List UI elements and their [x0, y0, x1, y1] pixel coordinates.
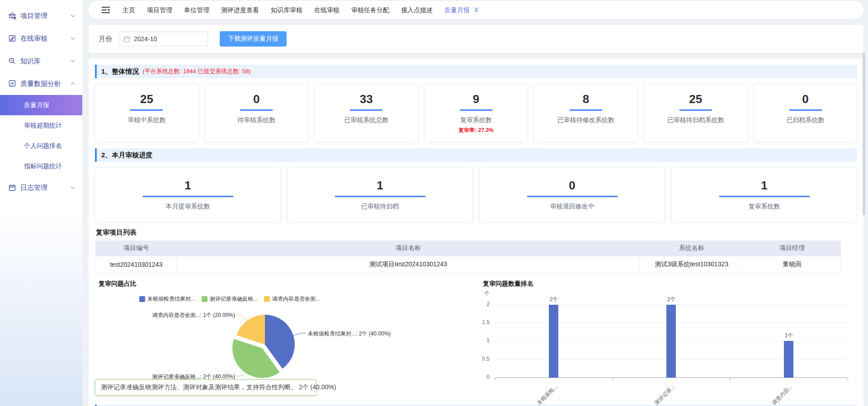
stat-underline: [130, 109, 163, 111]
stat-label: 待审核系统数: [205, 116, 308, 124]
stat-underline: [570, 109, 602, 111]
stat-label: 已归档系统数: [754, 116, 857, 124]
sidebar-item-label: 项目管理: [20, 12, 47, 20]
nav-tab-task-assign[interactable]: 审核任务分配: [345, 1, 395, 19]
bar-issue-1[interactable]: [549, 305, 558, 378]
section1-header: 1、整体情况 (平台系统总数: 1944 已提交系统总数: 58): [95, 65, 857, 78]
close-tab-icon[interactable]: X: [474, 6, 478, 14]
x-axis-label: 调查内容...: [741, 383, 794, 406]
stat-label: 审核退回修改中: [480, 203, 665, 211]
x-axis-line: [495, 378, 848, 378]
stat-value: 9: [425, 93, 528, 105]
nav-tab-progress-view[interactable]: 测评进度查看: [215, 1, 265, 19]
stat-underline: [240, 109, 273, 111]
stat-card-re-review: 9 复审系统数 复审率: 27.3%: [425, 84, 528, 142]
sidebar-item-log-mgmt[interactable]: 日志管理: [0, 176, 82, 199]
nav-tab-unit-mgmt[interactable]: 单位管理: [178, 1, 215, 19]
search-q-icon: [8, 57, 16, 65]
stat-value: 33: [315, 93, 418, 105]
stat-card-archived: 0 已归档系统数: [754, 84, 857, 142]
nav-tab-project-mgmt[interactable]: 项目管理: [141, 1, 178, 19]
report-content: 1、整体情况 (平台系统总数: 1944 已提交系统总数: 58) 25 审核中…: [89, 58, 863, 406]
y-tick: 0.5: [469, 356, 490, 362]
download-report-button[interactable]: 下载测评质量月报: [220, 31, 287, 47]
bar-issue-3[interactable]: [784, 341, 793, 378]
nav-tab-home[interactable]: 主页: [117, 1, 141, 19]
top-nav: 主页 项目管理 单位管理 测评进度查看 知识库审核 在线审核 审核任务分配 接入…: [89, 1, 863, 19]
stat-value: 25: [95, 93, 198, 105]
x-axis-label: 未根据检...: [506, 383, 559, 406]
x-axis-tick: [495, 378, 495, 380]
stat-value: 1: [672, 179, 857, 191]
calendar-icon: [123, 36, 130, 42]
chart-doc-icon: [8, 80, 16, 88]
bar-issue-2[interactable]: [666, 305, 676, 378]
x-axis-tick: [730, 378, 731, 380]
stat-value: 25: [644, 93, 747, 105]
bar-value-label: 1个: [775, 332, 802, 340]
chevron-down-icon: [71, 60, 75, 63]
charts-row: 复审问题占比 未根据检查结果对... 测评记录准确反映... 调查内容是否全面.…: [95, 278, 857, 401]
chevron-up-icon: [71, 82, 75, 85]
nav-tab-quality-monthly-active[interactable]: 质量月报 X: [439, 1, 484, 19]
sidebar-subitem-quality-monthly-report[interactable]: 质量月报: [0, 95, 82, 115]
cell-project-id: test202410301243: [95, 256, 177, 273]
filter-bar: 月份 2024-10 下载测评质量月报: [89, 25, 863, 53]
stat-label: 本月提审系统数: [95, 203, 280, 211]
y-tick: 0: [469, 374, 490, 380]
sidebar-subitem-personal-issue-rank[interactable]: 个人问题排名: [0, 136, 82, 156]
bar-value-label: 2个: [540, 296, 567, 303]
stat-label: 审核中系统数: [95, 116, 198, 124]
stat-card-month-re-review: 1 复审系统数: [671, 167, 857, 222]
chevron-down-icon: [71, 37, 75, 40]
stat-label: 已审核待修改系统数: [534, 116, 637, 124]
nav-tab-online-review[interactable]: 在线审核: [308, 1, 345, 19]
cell-system-name: 测试3级系统test10301323: [639, 256, 744, 273]
col-project-manager: 项目经理: [744, 241, 840, 256]
stat-value: 1: [288, 179, 472, 191]
section1-title: 1、整体情况: [101, 67, 139, 76]
stat-underline: [335, 196, 425, 197]
sidebar: 项目管理 在线审核 知识库 质量数据分析 质量月报 审核超期统: [0, 0, 82, 406]
nav-tab-label: 质量月报: [444, 6, 470, 14]
month-picker-input[interactable]: 2024-10: [118, 32, 208, 46]
y-tick: 1: [469, 337, 490, 344]
sidebar-subitem-label: 指标问题统计: [24, 162, 62, 170]
review-table-title: 复审项目列表: [96, 228, 857, 237]
month-label: 月份: [99, 35, 112, 43]
stat-card-reviewing: 25 审核中系统数: [95, 84, 198, 142]
collapse-menu-icon[interactable]: [101, 6, 110, 14]
nav-tab-access-point[interactable]: 接入点描述: [395, 1, 439, 19]
vertical-scrollbar[interactable]: [863, 52, 865, 215]
review-project-table: 项目编号 项目名称 系统名称 项目经理 test202410301243 测试项…: [95, 241, 841, 274]
sidebar-item-online-review[interactable]: 在线审核: [0, 27, 82, 50]
table-row[interactable]: test202410301243 测试项目test202410301243 测试…: [95, 256, 841, 273]
col-project-id: 项目编号: [95, 241, 177, 256]
sidebar-item-knowledge-base[interactable]: 知识库: [0, 50, 82, 72]
bank-icon: [8, 12, 16, 20]
sidebar-subitem-overdue-stats[interactable]: 审核超期统计: [0, 115, 82, 136]
stat-card-reviewed-total: 33 已审核系统总数: [315, 84, 418, 142]
bar-chart-title: 复审问题数量排名: [483, 280, 533, 288]
stat-label: 已审核系统总数: [315, 116, 418, 124]
nav-tab-kb-review[interactable]: 知识库审核: [265, 1, 308, 19]
pie-leader-line: [236, 315, 247, 321]
col-project-name: 项目名称: [177, 241, 639, 256]
pie-slice-yellow[interactable]: [236, 315, 265, 345]
sidebar-item-project-mgmt[interactable]: 项目管理: [0, 5, 82, 27]
col-system-name: 系统名称: [639, 241, 744, 256]
stat-underline: [143, 196, 233, 197]
section2-title: 2、本月审核进度: [101, 151, 152, 160]
main-area: 主页 项目管理 单位管理 测评进度查看 知识库审核 在线审核 审核任务分配 接入…: [82, 0, 868, 406]
sidebar-item-quality-analysis[interactable]: 质量数据分析: [0, 72, 82, 95]
sidebar-subitem-indicator-issue-stats[interactable]: 指标问题统计: [0, 156, 82, 176]
chevron-down-icon: [71, 186, 75, 189]
stat-label: 复审系统数: [425, 116, 528, 124]
stat-value: 0: [205, 93, 308, 105]
section2-header: 2、本月审核进度: [95, 148, 857, 162]
stat-underline: [527, 196, 618, 197]
edit-icon: [8, 34, 16, 42]
stat-value: 0: [754, 93, 857, 105]
sidebar-subitem-label: 质量月报: [24, 101, 49, 109]
stat-card-to-modify: 8 已审核待修改系统数: [534, 84, 637, 142]
